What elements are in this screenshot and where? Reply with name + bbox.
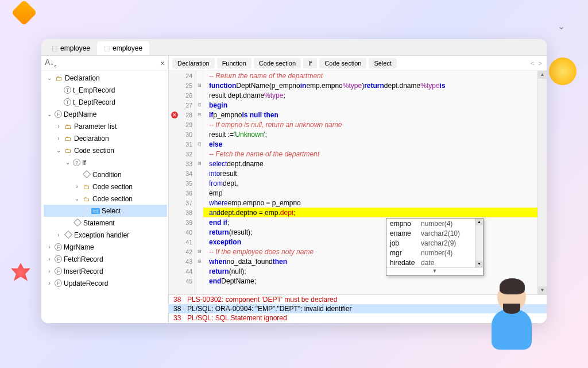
breadcrumb-item[interactable]: Select [369, 58, 397, 68]
gutter-line[interactable]: 27 [169, 100, 196, 110]
tree-node[interactable]: ›🗀Parameter list [44, 120, 167, 132]
tree-twisty[interactable]: › [55, 123, 62, 129]
tree-node[interactable]: Statement [44, 217, 167, 229]
fold-toggle[interactable] [196, 188, 203, 198]
code-line[interactable]: else [203, 139, 537, 149]
code-line[interactable]: when no_data_found then [203, 256, 537, 266]
fold-toggle[interactable] [196, 217, 203, 227]
tree-node[interactable]: ›FMgrName [44, 241, 167, 253]
fold-toggle[interactable]: ⊟ [196, 80, 203, 90]
tree-twisty[interactable]: ⌄ [46, 75, 53, 81]
tree-node[interactable]: Tt_EmpRecord [44, 84, 167, 96]
tree-node[interactable]: ›FUpdateRecord [44, 277, 167, 289]
gutter-line[interactable]: 25 [169, 80, 196, 90]
gutter-line[interactable]: 42 [169, 247, 196, 256]
breadcrumb-nav[interactable]: < > [531, 60, 543, 67]
breadcrumb-item[interactable]: Declaration [172, 58, 215, 68]
tree-twisty[interactable]: ⌄ [64, 159, 71, 166]
tree-node[interactable]: Tt_DeptRecord [44, 96, 167, 108]
code-line[interactable]: and dept.deptno = emp.dept; [203, 208, 537, 217]
editor-scrollbar[interactable]: ▲ ▼ [537, 71, 547, 294]
code-line[interactable]: -- Return the name of the department [203, 71, 537, 80]
fold-toggle[interactable] [196, 149, 203, 159]
breadcrumb-item[interactable]: Code section [319, 58, 366, 68]
fold-toggle[interactable] [196, 266, 203, 276]
tree-node[interactable]: ›🗀Code section [44, 181, 167, 193]
fold-toggle[interactable]: ⊟ [196, 139, 203, 149]
fold-toggle[interactable] [196, 71, 203, 80]
gutter-line[interactable]: 24 [169, 71, 196, 80]
code-line[interactable]: -- Fetch the name of the department [203, 149, 537, 159]
tree-twisty[interactable]: › [74, 183, 80, 190]
tree-twisty[interactable]: › [46, 280, 53, 286]
fold-column[interactable]: ⊟⊟⊟⊟⊟⊟⊟ [196, 71, 203, 294]
code-line[interactable]: return(result); [203, 227, 537, 237]
fold-toggle[interactable]: ⊟ [196, 110, 203, 120]
fold-toggle[interactable] [196, 168, 203, 178]
fold-toggle[interactable] [196, 276, 203, 286]
autocomplete-item[interactable]: mgrnumber(4) [386, 248, 483, 258]
gutter-line[interactable]: 31 [169, 139, 196, 149]
chevron-down-icon[interactable]: ⌄ [558, 21, 565, 32]
gutter-line[interactable]: 39 [169, 217, 196, 227]
gutter-line[interactable]: 38 [169, 208, 196, 217]
gutter-line[interactable]: 33 [169, 159, 196, 168]
gutter-line[interactable]: 40 [169, 227, 196, 237]
fold-toggle[interactable] [196, 129, 203, 139]
code-line[interactable]: select dept.dname [203, 159, 537, 168]
close-panel-icon[interactable]: × [160, 59, 165, 68]
tree-node[interactable]: ⌄🗀Code section [44, 193, 167, 205]
code-line[interactable]: begin [203, 100, 537, 110]
tree-twisty[interactable]: › [46, 244, 53, 250]
outline-tree[interactable]: ⌄🗀DeclarationTt_EmpRecordTt_DeptRecord⌄F… [41, 71, 168, 323]
code-editor[interactable]: -- Return the name of the department fun… [203, 71, 537, 294]
tree-node[interactable]: ›FInsertRecord [44, 265, 167, 277]
code-line[interactable]: -- If empno is null, return an unknown n… [203, 120, 537, 129]
autocomplete-more[interactable]: ▼ [386, 267, 483, 275]
gutter-line[interactable]: 29 [169, 120, 196, 129]
gutter-line[interactable]: 35 [169, 178, 196, 188]
code-line[interactable]: into result [203, 168, 537, 178]
code-line[interactable]: result dept.dname%type; [203, 90, 537, 100]
tree-node[interactable]: ▭Select [44, 205, 167, 217]
breadcrumb-item[interactable]: Function [217, 58, 252, 68]
autocomplete-popup[interactable]: ▲ ▼ empnonumber(4)enamevarchar2(10)jobva… [386, 218, 483, 276]
error-marker-icon[interactable]: ✕ [171, 112, 178, 118]
tree-twisty[interactable]: ⌄ [46, 111, 53, 117]
tree-node[interactable]: ⌄🗀Declaration [44, 72, 167, 84]
fold-toggle[interactable]: ⊟ [196, 159, 203, 168]
code-line[interactable]: return(null); [203, 266, 537, 276]
tree-node[interactable]: ›Exception handler [44, 229, 167, 241]
tree-node[interactable]: ›FFetchRecord [44, 253, 167, 265]
file-tab[interactable]: ⬚employee [45, 41, 97, 55]
scroll-up-button[interactable]: ▲ [538, 71, 547, 79]
autocomplete-item[interactable]: empnonumber(4) [386, 218, 483, 228]
autocomplete-item[interactable]: hiredatedate [386, 258, 483, 267]
tree-node[interactable]: ›🗀Declaration [44, 132, 167, 144]
gutter-line[interactable]: 37 [169, 198, 196, 208]
gutter-line[interactable]: 44 [169, 266, 196, 276]
tree-twisty[interactable]: › [46, 268, 53, 274]
breadcrumb-item[interactable]: Code section [254, 58, 301, 68]
file-tab[interactable]: ⬚employee [97, 41, 149, 55]
fold-toggle[interactable]: ⊟ [196, 247, 203, 256]
autocomplete-item[interactable]: enamevarchar2(10) [386, 228, 483, 238]
tree-node[interactable]: ⌄FDeptName [44, 108, 167, 120]
code-line[interactable]: emp [203, 188, 537, 198]
code-line[interactable]: exception [203, 237, 537, 247]
breadcrumb-item[interactable]: If [303, 58, 317, 68]
autocomplete-scrollbar[interactable]: ▲ ▼ [475, 218, 483, 267]
fold-toggle[interactable] [196, 120, 203, 129]
gutter-line[interactable]: 36 [169, 188, 196, 198]
code-line[interactable]: if p_empno is null then [203, 110, 537, 120]
fold-toggle[interactable] [196, 178, 203, 188]
gutter-line[interactable]: 34 [169, 168, 196, 178]
fold-toggle[interactable] [196, 237, 203, 247]
tree-twisty[interactable]: ⌄ [74, 195, 80, 202]
gutter-line[interactable]: 26 [169, 90, 196, 100]
code-line[interactable]: function DeptName(p_empno in emp.empno%t… [203, 80, 537, 90]
fold-toggle[interactable]: ⊟ [196, 100, 203, 110]
tree-twisty[interactable]: › [55, 232, 62, 238]
fold-toggle[interactable] [196, 208, 203, 217]
tree-twisty[interactable]: ⌄ [55, 147, 62, 154]
